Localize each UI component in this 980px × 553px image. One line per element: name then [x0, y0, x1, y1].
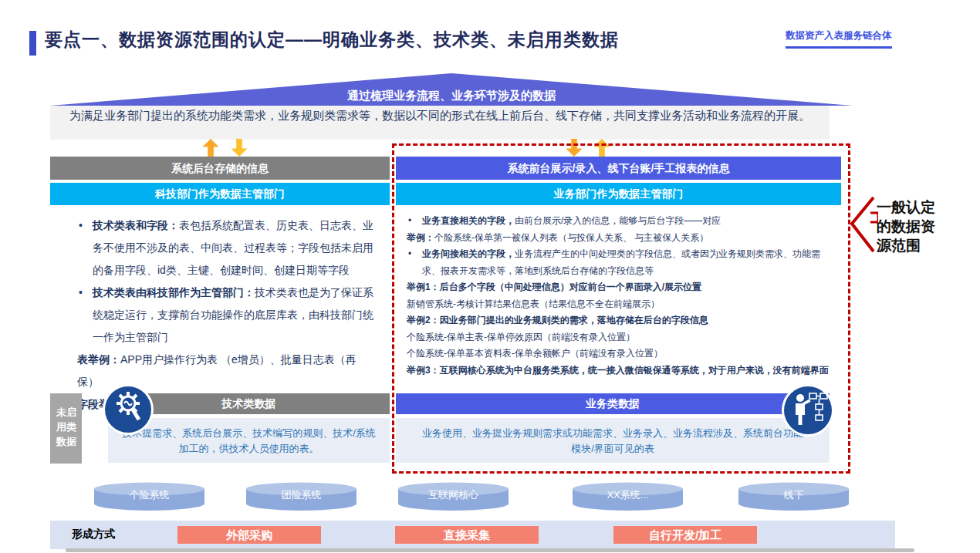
system-label: 团险系统 [245, 488, 358, 502]
formation-label: 形成方式 [72, 528, 115, 541]
backend-info-header: 系统后台存储的信息 [50, 157, 390, 180]
system-label: XX系统... [571, 488, 684, 502]
system-cylinder: 个险系统 [93, 481, 206, 512]
scope-annotation: 一般认定的数据资源范围 [877, 197, 941, 255]
slide: 要点一、数据资源范围的认定——明确业务类、技术类、未启用类数据 数据资产入表服务… [0, 0, 980, 553]
page-title: 要点一、数据资源范围的认定——明确业务类、技术类、未启用类数据 [45, 28, 619, 52]
system-label: 互联网核心 [397, 488, 510, 502]
tech-content-panel: 技术类表和字段：表包括系统配置表、历史表、日志表、业务不使用不涉及的表、中间表、… [50, 207, 390, 390]
system-label: 个险系统 [93, 488, 206, 502]
formation-method: 直接采集 [395, 526, 539, 544]
brand-badge: 数据资产入表服务链合体 [786, 29, 892, 49]
unused-category-label: 未启用类数据 [50, 393, 82, 464]
org-person-icon [784, 386, 832, 434]
biz-category-bar: 业务类数据 [396, 393, 830, 414]
intro-text: 为满足业务部门提出的系统功能类需求，业务规则类需求等，数据以不同的形式在线上前后… [50, 106, 830, 140]
tech-bullet-2: 技术类表由科技部作为主管部门：技术类表也是为了保证系统稳定运行，支撑前台功能操作… [77, 282, 376, 349]
system-cylinder: 互联网核心 [397, 481, 510, 512]
system-label: 线下 [737, 488, 850, 502]
title-accent-bar [29, 31, 36, 56]
system-cylinder: 线下 [737, 481, 850, 512]
gear-search-icon [105, 386, 151, 433]
biz-category-desc: 业务使用、业务提业务规则需求或功能需求、业务录入、业务流程涉及、系统前台功能模块… [396, 418, 830, 463]
bottom-divider [66, 548, 914, 552]
tech-bullet-1: 技术类表和字段：表包括系统配置表、历史表、日志表、业务不使用不涉及的表、中间表、… [77, 214, 376, 282]
banner-label: 通过梳理业务流程、业务环节涉及的数据 [50, 89, 853, 103]
system-cylinder: XX系统... [571, 481, 684, 512]
formation-method: 外部采购 [177, 526, 321, 544]
tech-dept-header: 科技部门作为数据主管部门 [50, 183, 390, 205]
system-cylinder: 团险系统 [245, 481, 358, 512]
banner-triangle: 通过梳理业务流程、业务环节涉及的数据 [50, 73, 853, 106]
left-arrow-icon [846, 194, 878, 255]
down-arrow-icon [231, 139, 248, 157]
formation-method: 自行开发/加工 [613, 526, 757, 544]
up-arrow-icon [202, 139, 219, 157]
